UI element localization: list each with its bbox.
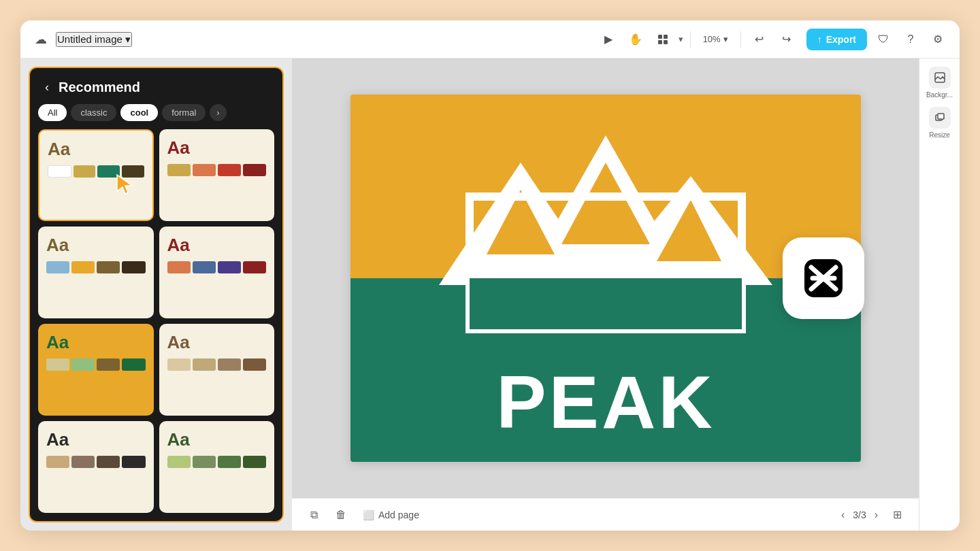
back-button[interactable]: ‹ <box>41 79 53 96</box>
prev-page-button[interactable]: ‹ <box>838 506 847 524</box>
theme-colors-4 <box>167 261 267 273</box>
theme-colors-3 <box>46 261 146 273</box>
svg-marker-4 <box>117 175 132 194</box>
theme-aa-5: Aa <box>46 332 146 353</box>
page-indicator: 3/3 <box>853 510 866 520</box>
svg-text:PEAK: PEAK <box>496 360 715 444</box>
filter-formal[interactable]: formal <box>162 104 206 121</box>
theme-aa-2: Aa <box>167 137 267 158</box>
theme-aa-1: Aa <box>48 139 144 160</box>
theme-card-7[interactable]: Aa <box>38 421 154 513</box>
copy-page-button[interactable]: ⧉ <box>303 504 325 526</box>
filter-chips: All classic cool formal › <box>30 104 282 129</box>
topbar-right: ↑ Export 🛡 ? ⚙ <box>806 29 949 50</box>
bottom-bar: ⧉ 🗑 ⬜ Add page ‹ 3/3 › ⊞ <box>292 498 919 531</box>
topbar-center: ▶ ✋ ▾ 10% ▾ ↩ ↪ <box>597 28 798 51</box>
layout-button[interactable] <box>651 28 674 51</box>
filter-cool[interactable]: cool <box>120 104 158 121</box>
zoom-level: 10% <box>703 34 721 44</box>
bottom-left: ⧉ 🗑 ⬜ Add page <box>303 504 830 526</box>
background-button[interactable]: Backgr... <box>926 67 953 99</box>
theme-colors-1 <box>48 165 144 178</box>
resize-label: Resize <box>929 131 950 139</box>
background-icon <box>929 67 951 88</box>
add-page-button[interactable]: ⬜ Add page <box>357 507 425 523</box>
theme-colors-7 <box>46 456 146 468</box>
theme-aa-7: Aa <box>46 429 146 450</box>
title-dropdown-icon: ▾ <box>125 33 131 46</box>
add-page-icon: ⬜ <box>363 510 374 520</box>
background-label: Backgr... <box>926 91 953 99</box>
theme-colors-2 <box>167 164 267 176</box>
canvas-wrapper: PEAK <box>292 59 919 498</box>
next-page-button[interactable]: › <box>872 506 881 524</box>
zoom-button[interactable]: 10% ▾ <box>698 31 734 47</box>
page-nav: ‹ 3/3 › <box>838 506 881 524</box>
divider2 <box>740 31 741 48</box>
svg-rect-0 <box>658 35 662 39</box>
sidebar-panel: ‹ Recommend All classic cool formal › Aa <box>29 67 284 522</box>
topbar-left: ☁ Untitled image ▾ <box>31 30 589 49</box>
redo-button[interactable]: ↪ <box>775 28 798 51</box>
grid-view-button[interactable]: ⊞ <box>886 504 908 526</box>
topbar: ☁ Untitled image ▾ ▶ ✋ ▾ 10% ▾ ↩ ↪ ↑ <box>20 20 960 59</box>
filter-classic[interactable]: classic <box>71 104 116 121</box>
svg-rect-3 <box>664 40 668 44</box>
delete-page-button[interactable]: 🗑 <box>330 504 352 526</box>
theme-aa-3: Aa <box>46 235 146 256</box>
filter-more-button[interactable]: › <box>210 104 226 121</box>
cloud-icon: ☁ <box>31 30 50 49</box>
themes-grid: Aa Aa <box>30 129 282 521</box>
capcut-float-icon <box>783 237 864 319</box>
file-title-text: Untitled image <box>57 33 122 45</box>
play-button[interactable]: ▶ <box>597 28 620 51</box>
theme-card-1[interactable]: Aa <box>38 129 154 221</box>
theme-card-4[interactable]: Aa <box>159 227 275 318</box>
export-icon: ↑ <box>817 34 822 45</box>
theme-aa-6: Aa <box>167 332 267 353</box>
theme-card-8[interactable]: Aa <box>159 421 275 513</box>
theme-colors-8 <box>167 456 267 468</box>
undo-button[interactable]: ↩ <box>748 28 771 51</box>
sidebar-title: Recommend <box>59 80 140 95</box>
theme-aa-4: Aa <box>167 235 267 256</box>
theme-card-3[interactable]: Aa <box>38 227 154 318</box>
shield-icon-button[interactable]: 🛡 <box>872 29 894 50</box>
canvas-area: PEAK <box>292 59 919 531</box>
help-button[interactable]: ? <box>900 29 921 50</box>
theme-card-6[interactable]: Aa <box>159 324 275 416</box>
theme-card-5[interactable]: Aa <box>38 324 154 416</box>
file-title-button[interactable]: Untitled image ▾ <box>56 32 132 47</box>
svg-rect-2 <box>658 40 662 44</box>
theme-card-2[interactable]: Aa <box>159 129 275 221</box>
divider <box>690 31 691 48</box>
svg-rect-1 <box>664 35 668 39</box>
theme-colors-6 <box>167 358 267 371</box>
bottom-right: ‹ 3/3 › ⊞ <box>838 504 908 526</box>
filter-all[interactable]: All <box>38 104 67 121</box>
resize-button[interactable]: Resize <box>929 107 951 139</box>
zoom-dropdown-icon: ▾ <box>723 34 728 44</box>
theme-aa-8: Aa <box>167 429 267 450</box>
add-page-label: Add page <box>378 510 419 520</box>
export-label: Export <box>826 34 856 45</box>
svg-rect-20 <box>938 114 944 119</box>
right-panel: Backgr... Resize <box>919 59 960 531</box>
sidebar-header: ‹ Recommend <box>30 68 282 104</box>
settings-button[interactable]: ⚙ <box>927 29 949 50</box>
hand-tool-button[interactable]: ✋ <box>624 28 647 51</box>
svg-rect-14 <box>470 278 742 329</box>
main-area: ‹ Recommend All classic cool formal › Aa <box>20 59 960 531</box>
theme-colors-5 <box>46 358 146 371</box>
resize-icon <box>929 107 951 129</box>
export-button[interactable]: ↑ Export <box>806 29 867 50</box>
